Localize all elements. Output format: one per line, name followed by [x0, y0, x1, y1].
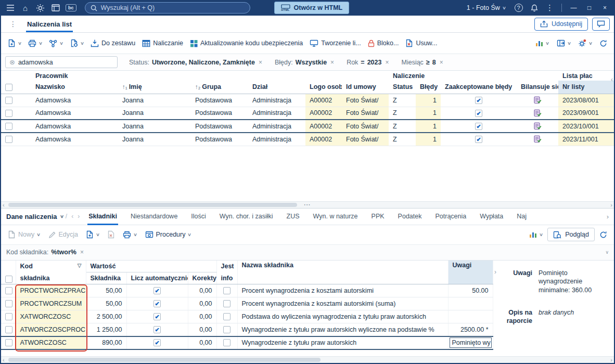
auto-calc-checkbox[interactable]: ✔: [153, 300, 161, 307]
filter-chip-rok[interactable]: Rok=2023 ×: [347, 59, 390, 66]
settings-alert-button[interactable]: ∨: [575, 36, 595, 50]
tab-wyn-w-naturze[interactable]: Wyn. w naturze: [306, 208, 365, 225]
row-checkbox[interactable]: [5, 300, 12, 307]
detail-selector[interactable]: Dane naliczenia ∨: [6, 213, 63, 220]
tab-ppk[interactable]: PPK: [365, 208, 391, 225]
global-search[interactable]: [85, 2, 250, 14]
table-row-selected[interactable]: ATWORCZOSC 890,00 ✔ 0,00 Wynagrodzenie z…: [1, 336, 493, 349]
select-all-checkbox[interactable]: [5, 276, 12, 283]
col-uwagi[interactable]: Uwagi: [448, 261, 493, 284]
col-nazwa-skladnika[interactable]: Nazwa składnika: [237, 261, 448, 284]
auto-calc-checkbox[interactable]: ✔: [153, 313, 161, 320]
row-checkbox[interactable]: [5, 326, 12, 333]
scroll-left-icon[interactable]: ‹: [3, 202, 5, 209]
col-jest-line2[interactable]: info: [216, 272, 237, 284]
row-checkbox[interactable]: [5, 123, 12, 130]
tab-naliczenia-list[interactable]: Naliczenia list: [21, 16, 78, 32]
close-button[interactable]: ×: [598, 2, 612, 14]
refresh-button[interactable]: [597, 37, 610, 50]
close-icon[interactable]: ×: [384, 59, 390, 66]
quick-filter-field[interactable]: ⊗: [5, 56, 118, 68]
calculate-button[interactable]: Naliczanie: [139, 37, 186, 50]
menu-icon[interactable]: [3, 2, 17, 14]
create-list-button[interactable]: Tworzenie li...: [307, 37, 363, 49]
tab-kebab-icon[interactable]: ⋮: [5, 20, 21, 28]
close-icon[interactable]: ×: [258, 59, 263, 66]
relations-button[interactable]: ∨: [46, 37, 66, 50]
is-info-checkbox[interactable]: [223, 339, 230, 346]
bc-icon[interactable]: bc: [63, 2, 79, 14]
table-row[interactable]: Adamowska Joanna Podstawowa Administracj…: [1, 94, 614, 107]
col-zaakceptowane-bledy[interactable]: Zaakceptowane błędy: [441, 81, 517, 94]
tab-wyplata[interactable]: Wypłata: [473, 208, 510, 225]
tab-zus[interactable]: ZUS: [280, 208, 306, 225]
filter-chip-bledy[interactable]: Błędy:Wszystkie ×: [275, 59, 335, 66]
detail-refresh-button[interactable]: [597, 228, 610, 241]
chart-view-button[interactable]: ∨: [533, 37, 552, 49]
col-status[interactable]: Status: [389, 81, 416, 94]
is-info-checkbox[interactable]: [223, 326, 230, 333]
windows-icon[interactable]: [48, 2, 62, 14]
maximize-button[interactable]: □: [582, 2, 596, 14]
table-row[interactable]: PROCTWORCZPRAC 50,00 ✔ 0,00 Procent wyna…: [1, 284, 493, 297]
close-icon[interactable]: ×: [79, 249, 85, 256]
brightness-icon[interactable]: [33, 2, 47, 14]
filter-chip-miesiac[interactable]: Miesiąc≥8 ×: [402, 59, 444, 66]
column-scroll-left-icon[interactable]: ‹: [611, 76, 613, 83]
tab-potracenia[interactable]: Potrącenia: [428, 208, 473, 225]
notifications-icon[interactable]: [527, 2, 541, 14]
col-skladnika[interactable]: Składnika: [86, 272, 126, 284]
open-panel-button[interactable]: ∨: [554, 37, 573, 49]
splitter-handle[interactable]: ⋯: [304, 201, 312, 209]
tab-ilosci[interactable]: Ilości: [184, 208, 212, 225]
accepted-errors-checkbox[interactable]: ✔: [475, 136, 482, 143]
detail-print-button[interactable]: ∨: [120, 228, 139, 241]
col-grupa[interactable]: ↑₂Grupa: [191, 81, 248, 94]
clear-icon[interactable]: ⊗: [9, 58, 15, 66]
filter-chip-kod-skladnika[interactable]: Kod składnika:%twor% ×: [6, 249, 85, 256]
table-row[interactable]: PROCTWORCZSUM 50,00 ✔ 0,00 Procent wynag…: [1, 297, 493, 310]
auto-calc-checkbox[interactable]: ✔: [153, 326, 161, 333]
share-button[interactable]: Udostępnij: [534, 18, 588, 31]
col-nr-listy[interactable]: Nr listy: [558, 81, 614, 94]
detail-chart-view-button[interactable]: ∨: [527, 228, 545, 241]
table-row[interactable]: XATWORCZOSC 2 500,00 ✔ 0,00 Podstawa do …: [1, 310, 493, 323]
row-checkbox[interactable]: [5, 313, 12, 320]
col-nazwisko[interactable]: Nazwisko: [31, 81, 118, 94]
col-id-umowy[interactable]: Id umowy: [342, 81, 389, 94]
tab-naj[interactable]: Naj: [510, 208, 533, 225]
tab-skladniki[interactable]: Składniki: [82, 208, 124, 225]
scroll-left-icon[interactable]: ‹: [3, 357, 5, 363]
quick-filter-input[interactable]: [18, 59, 113, 66]
accepted-errors-checkbox[interactable]: ✔: [475, 97, 482, 104]
filter-funnel-icon[interactable]: ▽: [78, 263, 82, 268]
minimize-button[interactable]: —: [567, 2, 581, 14]
tab-niestandardowe[interactable]: Niestandardowe: [124, 208, 184, 225]
preview-button[interactable]: Podgląd: [547, 228, 595, 241]
is-info-checkbox[interactable]: [223, 300, 230, 307]
next-record-icon[interactable]: ›: [78, 213, 80, 220]
col-dzial[interactable]: Dział: [248, 81, 305, 94]
procedures-button[interactable]: Procedury ∨: [143, 228, 194, 241]
uwagi-edit-field[interactable]: Pominięto wy: [450, 337, 492, 348]
select-all-checkbox[interactable]: [5, 84, 12, 91]
panel-collapse-icon[interactable]: ∨: [605, 250, 609, 255]
main-horizontal-scrollbar[interactable]: ‹ ⋯ ›: [1, 201, 614, 208]
table-row[interactable]: Adamowska Joanna Podstawowa Administracj…: [1, 133, 614, 146]
close-icon[interactable]: ×: [329, 59, 335, 66]
block-button[interactable]: Bloko...: [365, 37, 402, 50]
col-bledy[interactable]: Błędy: [416, 81, 441, 94]
close-icon[interactable]: ×: [439, 59, 444, 66]
help-icon[interactable]: ?: [511, 2, 526, 14]
accepted-errors-checkbox[interactable]: ✔: [475, 110, 482, 117]
accepted-errors-checkbox[interactable]: ✔: [475, 123, 482, 130]
is-info-checkbox[interactable]: [223, 313, 230, 320]
col-kod-line2[interactable]: składnika: [16, 272, 86, 284]
prev-record-icon[interactable]: ‹: [71, 213, 73, 220]
chat-button[interactable]: [592, 18, 610, 31]
tabs-overflow-icon[interactable]: ›: [607, 213, 609, 220]
print-button[interactable]: ∨: [25, 37, 45, 50]
kebab-icon[interactable]: ⋮: [543, 2, 557, 14]
col-logo-osoby[interactable]: Logo osoby: [305, 81, 342, 94]
row-checkbox[interactable]: [5, 136, 12, 143]
